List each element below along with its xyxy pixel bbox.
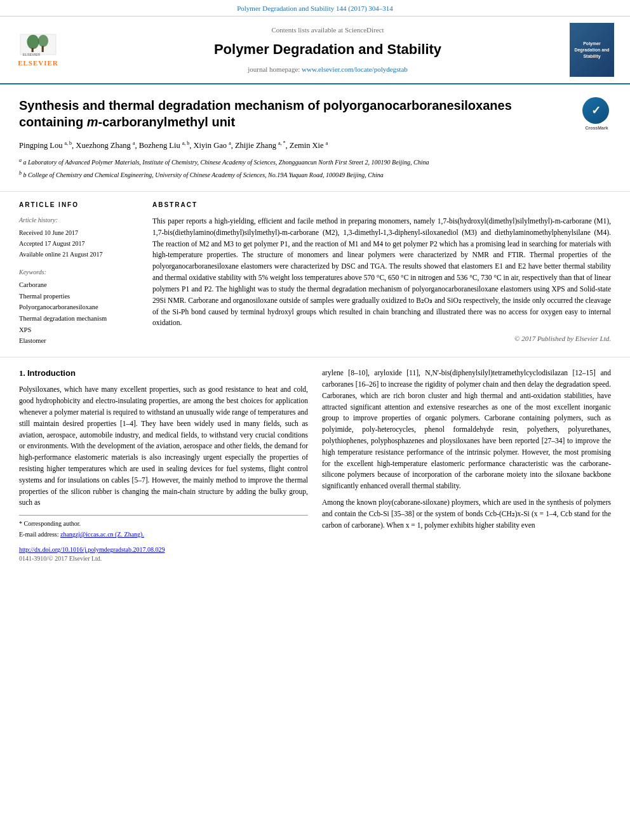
keyword-2: Thermal properties — [19, 292, 140, 302]
keywords-section: Keywords: Carborane Thermal properties P… — [19, 268, 140, 346]
journal-header: ELSEVIER ELSEVIER Contents lists availab… — [0, 17, 630, 84]
svg-text:ELSEVIER: ELSEVIER — [23, 53, 40, 57]
abstract-heading: ABSTRACT — [152, 201, 611, 210]
homepage-url[interactable]: www.elsevier.com/locate/polydegstab — [302, 65, 408, 73]
keyword-1: Carborane — [19, 281, 140, 290]
svg-point-2 — [38, 35, 48, 47]
svg-rect-4 — [42, 46, 44, 53]
crossmark-badge[interactable]: ✓ CrossMark — [582, 97, 611, 126]
footnote-section: * Corresponding author. E-mail address: … — [19, 515, 308, 539]
journal-citation-bar: Polymer Degradation and Stability 144 (2… — [0, 0, 630, 17]
article-info-abstract: ARTICLE INFO Article history: Received 1… — [0, 192, 630, 357]
elsevier-logo: ELSEVIER ELSEVIER — [13, 32, 64, 68]
journal-citation: Polymer Degradation and Stability 144 (2… — [237, 4, 393, 12]
received-date: Received 10 June 2017 — [19, 229, 140, 237]
keyword-4: Thermal degradation mechanism — [19, 314, 140, 324]
body-two-col: 1. Introduction Polysiloxanes, which hav… — [19, 368, 611, 563]
article-info-heading: ARTICLE INFO — [19, 201, 140, 210]
svg-point-1 — [27, 35, 39, 49]
intro-heading: 1. Introduction — [19, 368, 308, 379]
available-date: Available online 21 August 2017 — [19, 250, 140, 259]
elsevier-logo-section: ELSEVIER ELSEVIER — [13, 23, 89, 77]
right-para-2: Among the known ploy(caborane-siloxane) … — [322, 497, 611, 531]
email-note: E-mail address: zhangzj@iccas.ac.cn (Z. … — [19, 530, 308, 539]
crossmark-icon: ✓ — [582, 97, 609, 124]
body-left-col: 1. Introduction Polysiloxanes, which hav… — [19, 368, 308, 563]
homepage-prefix: journal homepage: — [248, 65, 300, 73]
email-label: E-mail address: — [19, 531, 58, 538]
affiliation-b: b b College of Chemistry and Chemical En… — [19, 170, 611, 180]
abstract-text: This paper reports a high-yielding, effi… — [152, 216, 611, 329]
elsevier-tree-icon: ELSEVIER — [13, 32, 64, 57]
journal-cover-text: Polymer Degradation and Stability — [573, 41, 611, 59]
email-link[interactable]: zhangzj@iccas.ac.cn (Z. Zhang). — [60, 531, 144, 538]
affiliations: a a Laboratory of Advanced Polymer Mater… — [19, 157, 611, 180]
article-section: Synthesis and thermal degradation mechan… — [0, 84, 630, 192]
right-para-1: arylene [8–10], aryloxide [11], N,N'-bis… — [322, 368, 611, 492]
corresponding-note: * Corresponding author. — [19, 519, 308, 528]
issn-text: 0141-3910/© 2017 Elsevier Ltd. — [19, 554, 308, 563]
section-number: 1. — [19, 368, 25, 378]
journal-cover-section: Polymer Degradation and Stability — [566, 23, 617, 77]
keyword-5: XPS — [19, 326, 140, 335]
homepage-line: journal homepage: www.elsevier.com/locat… — [95, 65, 560, 74]
copyright-line: © 2017 Published by Elsevier Ltd. — [152, 334, 611, 343]
svg-rect-3 — [32, 48, 34, 52]
keyword-3: Polyorganocarboranesiloxane — [19, 303, 140, 312]
crossmark-label: CrossMark — [582, 125, 611, 131]
page: Polymer Degradation and Stability 144 (2… — [0, 0, 630, 840]
body-right-col: arylene [8–10], aryloxide [11], N,N'-bis… — [322, 368, 611, 563]
science-direct-prefix: Contents lists available at ScienceDirec… — [271, 26, 384, 34]
accepted-date: Accepted 17 August 2017 — [19, 239, 140, 248]
keyword-6: Elastomer — [19, 337, 140, 346]
intro-para-1: Polysiloxanes, which have many excellent… — [19, 384, 308, 509]
article-history-label: Article history: — [19, 216, 140, 225]
body-content: 1. Introduction Polysiloxanes, which hav… — [0, 357, 630, 573]
journal-title-header: Polymer Degradation and Stability — [95, 40, 560, 60]
elsevier-label: ELSEVIER — [18, 58, 58, 68]
article-info-col: ARTICLE INFO Article history: Received 1… — [19, 201, 140, 348]
doi-link[interactable]: http://dx.doi.org/10.1016/j.polymdegrads… — [19, 545, 308, 554]
science-direct-line: Contents lists available at ScienceDirec… — [95, 25, 560, 35]
journal-cover: Polymer Degradation and Stability — [570, 23, 614, 77]
doi-anchor[interactable]: http://dx.doi.org/10.1016/j.polymdegrads… — [19, 546, 165, 553]
keywords-label: Keywords: — [19, 268, 140, 277]
section-title: Introduction — [27, 368, 76, 378]
affiliation-a: a a Laboratory of Advanced Polymer Mater… — [19, 157, 611, 167]
abstract-col: ABSTRACT This paper reports a high-yield… — [152, 201, 611, 348]
article-title: Synthesis and thermal degradation mechan… — [19, 97, 611, 130]
authors-line: Pingping Lou a, b, Xuezhong Zhang a, Boz… — [19, 139, 611, 152]
header-center: Contents lists available at ScienceDirec… — [95, 23, 560, 77]
footer-links: http://dx.doi.org/10.1016/j.polymdegrads… — [19, 545, 308, 563]
